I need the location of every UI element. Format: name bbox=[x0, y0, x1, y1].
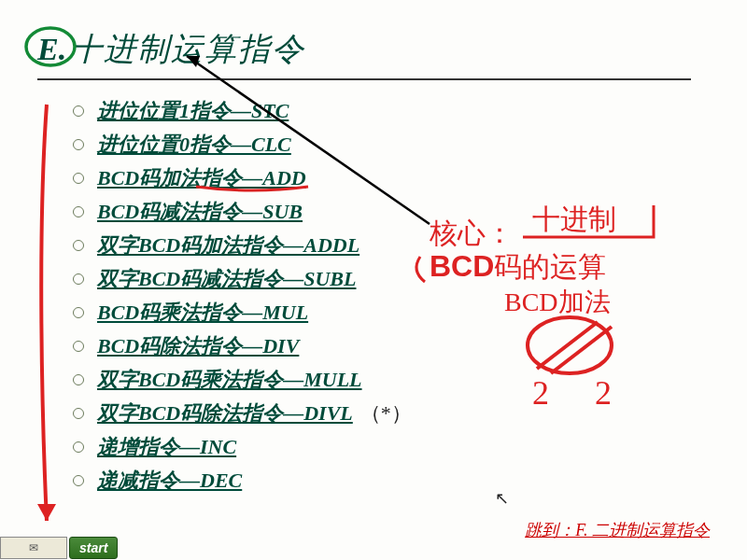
handwriting-decimal: 十进制 bbox=[532, 201, 616, 239]
list-item[interactable]: 双字BCD码乘法指令—MULL bbox=[97, 366, 362, 394]
system-tray[interactable]: ✉ bbox=[0, 537, 67, 559]
list-item[interactable]: 双字BCD码减法指令—SUBL bbox=[97, 265, 356, 293]
list-item[interactable]: 双字BCD码除法指令—DIVL bbox=[97, 399, 353, 427]
asterisk-note: （*） bbox=[360, 399, 412, 427]
bullet-icon bbox=[73, 441, 84, 453]
title-text: 十进制运算指令 bbox=[70, 28, 305, 71]
bullet-icon bbox=[73, 374, 84, 385]
bullet-icon bbox=[73, 105, 84, 117]
list-item[interactable]: BCD码减法指令—SUB bbox=[97, 198, 303, 226]
bullet-icon bbox=[73, 173, 84, 184]
instruction-list: 进位位置1指令—STC 进位位置0指令—CLC BCD码加法指令—ADD BCD… bbox=[73, 97, 710, 495]
bullet-icon bbox=[73, 475, 84, 486]
start-button[interactable]: start bbox=[69, 537, 118, 559]
jump-link[interactable]: 跳到：F. 二进制运算指令 bbox=[525, 519, 710, 541]
list-item[interactable]: BCD码除法指令—DIV bbox=[97, 332, 299, 360]
annotation-bcd: BCD bbox=[430, 249, 494, 283]
bullet-icon bbox=[73, 307, 84, 318]
bullet-icon bbox=[73, 273, 84, 285]
bullet-icon bbox=[73, 139, 84, 150]
annotation-core-label: 核心： bbox=[430, 215, 514, 253]
taskbar: ✉ start bbox=[0, 536, 118, 560]
list-item[interactable]: BCD码加法指令—ADD bbox=[97, 164, 306, 192]
mouse-cursor-icon: ↖ bbox=[495, 488, 509, 509]
list-item[interactable]: 双字BCD码加法指令—ADDL bbox=[97, 231, 359, 259]
handwriting-22: 2 2 bbox=[532, 373, 630, 413]
tray-mail-icon: ✉ bbox=[29, 541, 38, 555]
handwriting-bcd-add: BCD加法 bbox=[504, 285, 611, 320]
list-item[interactable]: 进位位置1指令—STC bbox=[97, 97, 289, 125]
list-item[interactable]: BCD码乘法指令—MUL bbox=[97, 299, 308, 327]
annotation-bcd-rest: 码的运算 bbox=[494, 251, 606, 282]
title-letter: E. bbox=[37, 32, 66, 67]
list-item[interactable]: 递减指令—DEC bbox=[97, 467, 242, 495]
title-divider bbox=[37, 78, 691, 80]
bullet-icon bbox=[73, 206, 84, 217]
svg-marker-3 bbox=[37, 504, 56, 521]
bullet-icon bbox=[73, 240, 84, 251]
bullet-icon bbox=[73, 408, 84, 419]
list-item[interactable]: 递增指令—INC bbox=[97, 433, 236, 461]
list-item[interactable]: 进位位置0指令—CLC bbox=[97, 131, 291, 159]
bullet-icon bbox=[73, 341, 84, 352]
